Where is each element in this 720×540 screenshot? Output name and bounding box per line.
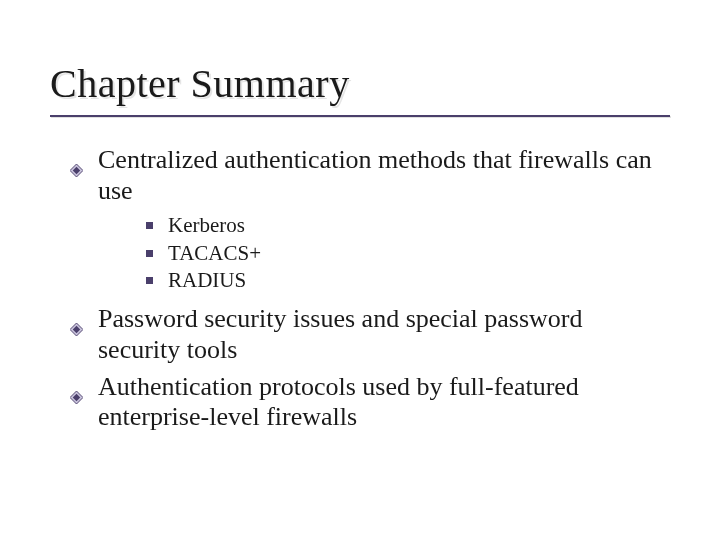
square-icon <box>146 277 153 284</box>
sub-bullet-text: TACACS+ <box>168 241 261 265</box>
bullet-text: Authentication protocols used by full-fe… <box>98 372 579 432</box>
diamond-icon <box>70 381 83 394</box>
sub-bullet-list: Kerberos TACACS+ RADIUS <box>146 212 670 294</box>
sub-bullet-text: Kerberos <box>168 213 245 237</box>
bullet-item: Authentication protocols used by full-fe… <box>70 372 670 433</box>
sub-bullet-item: TACACS+ <box>146 240 670 267</box>
square-icon <box>146 250 153 257</box>
sub-bullet-item: Kerberos <box>146 212 670 239</box>
diamond-icon <box>70 313 83 326</box>
slide-title: Chapter Summary <box>50 60 670 107</box>
bullet-item: Password security issues and special pas… <box>70 304 670 365</box>
bullet-item: Centralized authentication methods that … <box>70 145 670 294</box>
sub-bullet-item: RADIUS <box>146 267 670 294</box>
title-underline <box>50 115 670 117</box>
bullet-text: Centralized authentication methods that … <box>98 145 652 205</box>
bullet-list: Centralized authentication methods that … <box>70 145 670 433</box>
sub-bullet-text: RADIUS <box>168 268 246 292</box>
bullet-text: Password security issues and special pas… <box>98 304 583 364</box>
diamond-icon <box>70 154 83 167</box>
slide: Chapter Summary Centralized authenticati… <box>0 0 720 540</box>
square-icon <box>146 222 153 229</box>
